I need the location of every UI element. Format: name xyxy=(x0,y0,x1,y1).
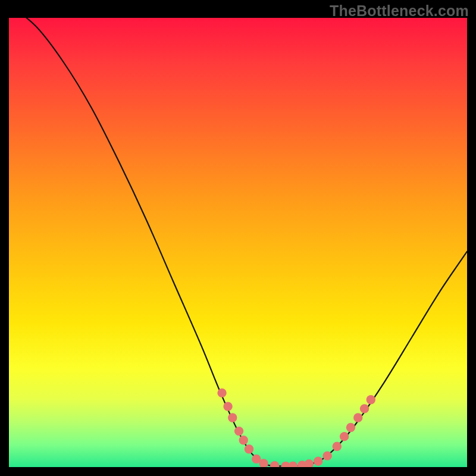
highlight-dot xyxy=(353,413,362,422)
plot-svg xyxy=(9,18,467,467)
highlight-dot xyxy=(234,427,243,436)
highlight-dot xyxy=(223,402,232,411)
highlight-dot xyxy=(340,432,349,441)
highlight-dot xyxy=(305,459,314,467)
highlight-dot xyxy=(270,461,279,467)
watermark-text: TheBottleneck.com xyxy=(330,2,469,20)
highlight-dot xyxy=(360,404,369,413)
bottleneck-curve xyxy=(9,18,467,466)
highlight-dot xyxy=(333,442,342,451)
highlight-dot xyxy=(228,413,237,422)
highlight-dot xyxy=(289,461,298,467)
highlight-dot xyxy=(322,451,331,460)
highlight-dot xyxy=(346,423,355,432)
chart-container: TheBottleneck.com xyxy=(0,0,476,476)
highlight-dot xyxy=(217,389,226,397)
highlight-dot xyxy=(239,436,248,444)
highlight-dot xyxy=(245,444,253,453)
bottleneck-plot xyxy=(9,18,467,467)
highlight-dot xyxy=(367,395,375,404)
highlight-dot xyxy=(314,456,322,465)
